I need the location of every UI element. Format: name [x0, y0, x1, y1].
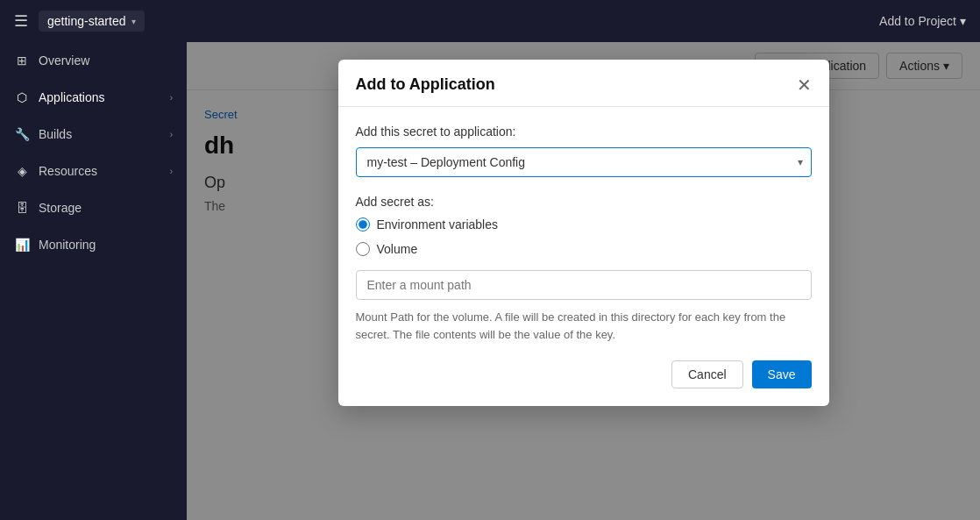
sidebar-item-overview[interactable]: ⊞ Overview: [0, 42, 187, 79]
env-vars-label: Environment variables: [377, 217, 499, 232]
builds-chevron-icon: ›: [170, 130, 173, 139]
sidebar-label-monitoring: Monitoring: [39, 238, 173, 252]
content-area: Add to Application Actions ▾ Secret dh O…: [187, 42, 980, 520]
modal-close-button[interactable]: ✕: [797, 76, 812, 94]
add-to-application-modal: Add to Application ✕ Add this secret to …: [338, 60, 829, 406]
builds-icon: 🔧: [14, 126, 30, 142]
apps-icon: ⬡: [14, 89, 30, 105]
sidebar-label-applications: Applications: [39, 90, 161, 104]
sidebar-item-monitoring[interactable]: 📊 Monitoring: [0, 226, 187, 263]
hamburger-icon[interactable]: ☰: [14, 11, 28, 31]
application-dropdown-wrapper: my-test – Deployment Config ▾: [356, 147, 812, 177]
grid-icon: ⊞: [14, 53, 30, 68]
resources-chevron-icon: ›: [170, 167, 173, 176]
sidebar-item-storage[interactable]: 🗄 Storage: [0, 189, 187, 226]
project-name: getting-started: [47, 14, 126, 28]
sidebar-item-resources[interactable]: ◈ Resources ›: [0, 153, 187, 189]
modal-overlay: Add to Application ✕ Add this secret to …: [187, 42, 980, 520]
env-vars-radio[interactable]: [356, 217, 370, 232]
add-to-project-button[interactable]: Add to Project ▾: [879, 14, 966, 28]
modal-body: Add this secret to application: my-test …: [338, 107, 829, 406]
project-selector[interactable]: getting-started ▾: [39, 11, 145, 32]
volume-option[interactable]: Volume: [356, 242, 812, 256]
topbar: ☰ getting-started ▾ Add to Project ▾: [0, 0, 980, 42]
volume-radio[interactable]: [356, 242, 370, 256]
applications-chevron-icon: ›: [170, 93, 173, 103]
mount-path-input[interactable]: [356, 270, 812, 300]
sidebar-label-builds: Builds: [39, 127, 161, 141]
storage-icon: 🗄: [14, 200, 30, 216]
sidebar-item-builds[interactable]: 🔧 Builds ›: [0, 116, 187, 153]
mount-path-description: Mount Path for the volume. A file will b…: [356, 309, 812, 343]
monitoring-icon: 📊: [14, 237, 30, 253]
application-dropdown[interactable]: my-test – Deployment Config: [356, 147, 812, 177]
modal-header: Add to Application ✕: [338, 60, 829, 107]
sidebar-label-overview: Overview: [39, 53, 173, 68]
sidebar-item-applications[interactable]: ⬡ Applications ›: [0, 79, 187, 116]
resources-icon: ◈: [14, 163, 30, 179]
secret-to-application-label: Add this secret to application:: [356, 125, 812, 139]
sidebar: ⊞ Overview ⬡ Applications › 🔧 Builds › ◈…: [0, 42, 187, 520]
save-button[interactable]: Save: [752, 360, 812, 388]
sidebar-label-storage: Storage: [39, 201, 173, 215]
sidebar-label-resources: Resources: [39, 164, 161, 178]
modal-footer: Cancel Save: [356, 360, 812, 388]
secret-type-radio-group: Environment variables Volume: [356, 217, 812, 256]
volume-label: Volume: [377, 242, 418, 256]
project-chevron-icon: ▾: [131, 17, 136, 26]
secret-as-label: Add secret as:: [356, 195, 812, 209]
env-vars-option[interactable]: Environment variables: [356, 217, 812, 232]
modal-title: Add to Application: [356, 75, 495, 94]
cancel-button[interactable]: Cancel: [671, 360, 743, 388]
